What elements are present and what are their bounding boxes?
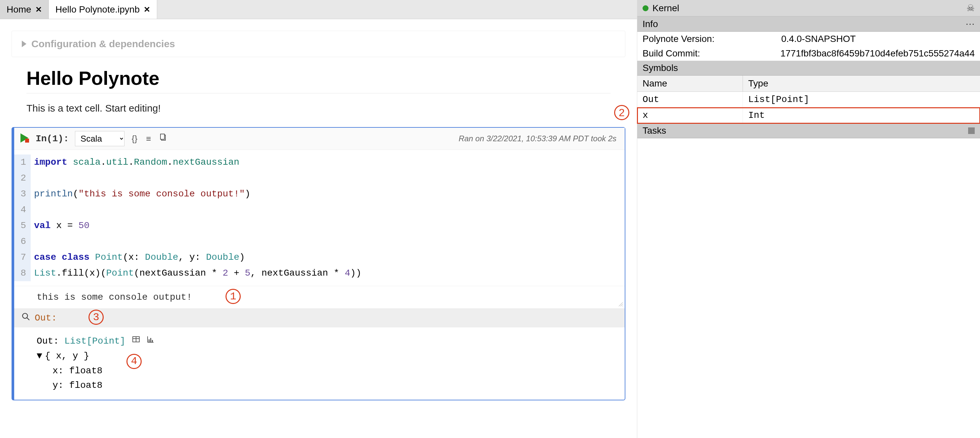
out-prefix: Out: — [37, 336, 59, 346]
page-text: This is a text cell. Start editing! — [26, 103, 611, 114]
symbol-type: Int — [743, 108, 980, 123]
braces-icon[interactable]: {} — [130, 132, 139, 145]
config-dependencies-toggle[interactable]: Configuration & dependencies — [11, 31, 625, 57]
language-select[interactable]: Scala — [75, 131, 124, 146]
kernel-header: Kernel ☠ — [637, 0, 980, 16]
info-value: 0.4.0-SNAPSHOT — [781, 34, 975, 44]
symbol-row-highlighted[interactable]: x Int — [637, 108, 980, 124]
close-icon[interactable]: ✕ — [144, 5, 150, 14]
output-body: Out: List[Point] ▼ { x, y } x: float8 — [14, 327, 625, 400]
magnifier-icon — [21, 312, 30, 321]
code-lines[interactable]: import scala.util.Random.nextGaussianpri… — [31, 154, 625, 281]
run-timestamp: Ran on 3/22/2021, 10:53:39 AM PDT took 2… — [459, 134, 620, 143]
annotation-4: 4 — [126, 354, 142, 369]
tasks-label: Tasks — [643, 125, 666, 136]
chart-icon[interactable] — [146, 335, 154, 348]
clipboard-icon — [159, 134, 167, 141]
symbols-columns: Name Type — [637, 76, 980, 92]
close-icon[interactable]: ✕ — [35, 5, 42, 14]
notebook-body: Configuration & dependencies Hello Polyn… — [0, 19, 637, 438]
main-area: Home ✕ Hello Polynote.ipynb ✕ Configurat… — [0, 0, 637, 438]
tasks-section-header[interactable]: Tasks — [637, 124, 980, 138]
svg-marker-1 — [25, 139, 29, 143]
svg-rect-15 — [150, 338, 151, 342]
annotation-1: 1 — [226, 289, 241, 304]
console-output: this is some console output! 1 — [14, 286, 625, 308]
play-icon — [19, 133, 30, 143]
console-text: this is some console output! — [37, 292, 192, 302]
output-header: Out: 3 — [14, 308, 625, 327]
cell-toolbar: In(1): Scala {} ≡ Ran on 3/22/2021, 10:5… — [14, 128, 625, 150]
table-icon[interactable] — [132, 335, 140, 348]
symbol-name: x — [637, 108, 743, 123]
cell-input-label: In(1): — [36, 134, 69, 144]
info-row: Polynote Version: 0.4.0-SNAPSHOT — [637, 32, 980, 46]
struct-toggle[interactable]: ▼ { x, y } — [37, 349, 617, 364]
search-icon[interactable] — [21, 312, 30, 324]
kill-kernel-icon[interactable]: ☠ — [966, 3, 975, 14]
tab-label: Home — [6, 4, 31, 15]
code-cell: In(1): Scala {} ≡ Ran on 3/22/2021, 10:5… — [11, 127, 625, 400]
line-gutter: 12345678 — [14, 154, 31, 281]
info-section-header[interactable]: Info ⋯ — [637, 16, 980, 32]
run-button[interactable] — [19, 133, 30, 144]
info-table: Polynote Version: 0.4.0-SNAPSHOT Build C… — [637, 32, 980, 61]
struct-field: x: float8 — [37, 364, 617, 379]
copy-icon[interactable] — [158, 132, 169, 145]
resize-handle-icon[interactable] — [618, 302, 623, 306]
col-name: Name — [637, 76, 743, 91]
svg-line-8 — [27, 317, 29, 320]
svg-point-7 — [22, 313, 27, 318]
info-label: Info — [643, 19, 658, 29]
stop-icon[interactable] — [968, 127, 975, 134]
svg-rect-14 — [149, 339, 150, 342]
tab-home[interactable]: Home ✕ — [0, 0, 49, 19]
list-icon[interactable]: ≡ — [145, 132, 152, 145]
symbols-section-header[interactable]: Symbols — [637, 61, 980, 76]
kernel-panel: Kernel ☠ Info ⋯ Polynote Version: 0.4.0-… — [637, 0, 980, 438]
symbol-row[interactable]: Out List[Point] — [637, 92, 980, 108]
annotation-2: 2 — [614, 105, 629, 120]
svg-rect-3 — [161, 134, 164, 139]
out-type: List[Point] — [64, 336, 126, 346]
symbols-label: Symbols — [643, 63, 678, 73]
tab-bar: Home ✕ Hello Polynote.ipynb ✕ — [0, 0, 637, 19]
symbol-name: Out — [637, 92, 743, 107]
tab-notebook[interactable]: Hello Polynote.ipynb ✕ — [49, 0, 157, 19]
col-type: Type — [743, 76, 980, 91]
info-value: 1771fbf3bac8f6459b710d4efeb751c555274a44 — [780, 48, 975, 59]
annotation-3: 3 — [89, 309, 104, 325]
code-editor[interactable]: 12345678 import scala.util.Random.nextGa… — [14, 150, 625, 286]
struct-field: y: float8 — [37, 378, 617, 393]
out-label: Out: — [35, 313, 57, 323]
symbol-type: List[Point] — [743, 92, 980, 107]
svg-line-6 — [622, 306, 623, 306]
ellipsis-icon[interactable]: ⋯ — [966, 19, 975, 29]
info-label: Build Commit: — [643, 48, 780, 59]
chevron-right-icon — [22, 41, 26, 47]
text-cell[interactable]: Hello Polynote This is a text cell. Star… — [11, 67, 625, 114]
page-title: Hello Polynote — [26, 67, 611, 94]
config-label: Configuration & dependencies — [31, 38, 175, 49]
chevron-down-icon: ▼ — [37, 349, 42, 364]
kernel-title: Kernel — [652, 3, 679, 14]
struct-header: { x, y } — [45, 349, 89, 364]
info-label: Polynote Version: — [643, 34, 781, 44]
svg-rect-16 — [152, 340, 153, 342]
status-dot-icon — [643, 5, 649, 11]
tab-label: Hello Polynote.ipynb — [56, 4, 140, 15]
svg-line-4 — [619, 302, 623, 306]
info-row: Build Commit: 1771fbf3bac8f6459b710d4efe… — [637, 46, 980, 61]
